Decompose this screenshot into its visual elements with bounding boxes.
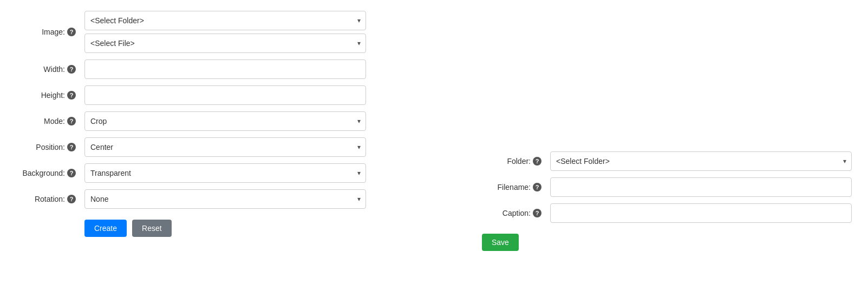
mode-label-text: Mode: <box>44 117 65 125</box>
background-help-icon: ? <box>67 169 76 177</box>
right-filename-label-text: Filename: <box>498 183 531 191</box>
mode-row: Mode: ? Crop Fit Fill Stretch ▾ <box>16 111 449 131</box>
position-select-wrapper: Center Top Left Top Center Top Right Bot… <box>84 137 366 157</box>
height-label: Height: ? <box>16 91 76 100</box>
background-label: Background: ? <box>16 169 76 177</box>
right-filename-help-icon: ? <box>533 183 541 191</box>
background-select[interactable]: Transparent White Black <box>84 163 366 183</box>
mode-label: Mode: ? <box>16 117 76 125</box>
reset-button[interactable]: Reset <box>132 220 172 237</box>
file-select[interactable]: <Select File> <box>84 34 366 53</box>
rotation-label: Rotation: ? <box>16 195 76 203</box>
rotation-row: Rotation: ? None 90° 180° 270° ▾ <box>16 189 449 209</box>
right-caption-label: Caption: ? <box>482 209 541 217</box>
right-buttons-row: Save <box>482 234 852 251</box>
right-caption-label-text: Caption: <box>502 209 531 217</box>
background-select-wrapper: Transparent White Black ▾ <box>84 163 366 183</box>
folder-select[interactable]: <Select Folder> <box>84 11 366 30</box>
mode-select[interactable]: Crop Fit Fill Stretch <box>84 111 366 131</box>
mode-help-icon: ? <box>67 117 76 125</box>
width-label-text: Width: <box>43 65 65 74</box>
background-label-text: Background: <box>22 169 65 177</box>
right-folder-label-text: Folder: <box>507 157 531 166</box>
width-input[interactable] <box>84 59 366 79</box>
file-select-wrapper: <Select File> ▾ <box>84 34 366 53</box>
right-caption-help-icon: ? <box>533 209 541 217</box>
width-help-icon: ? <box>67 65 76 74</box>
right-folder-row: Folder: ? <Select Folder> ▾ <box>482 151 852 171</box>
main-layout: Image: ? <Select Folder> ▾ <Select File>… <box>16 11 852 251</box>
height-row: Height: ? <box>16 85 449 105</box>
filename-input[interactable] <box>550 177 852 197</box>
height-label-text: Height: <box>41 91 65 100</box>
position-help-icon: ? <box>67 143 76 151</box>
save-button[interactable]: Save <box>482 234 519 251</box>
image-row: Image: ? <Select Folder> ▾ <Select File>… <box>16 11 449 53</box>
position-label-text: Position: <box>36 143 65 151</box>
mode-select-wrapper: Crop Fit Fill Stretch ▾ <box>84 111 366 131</box>
right-folder-help-icon: ? <box>533 157 541 166</box>
background-row: Background: ? Transparent White Black ▾ <box>16 163 449 183</box>
height-input[interactable] <box>84 85 366 105</box>
rotation-select-wrapper: None 90° 180° 270° ▾ <box>84 189 366 209</box>
position-select[interactable]: Center Top Left Top Center Top Right Bot… <box>84 137 366 157</box>
height-help-icon: ? <box>67 91 76 100</box>
right-folder-select-wrapper: <Select Folder> ▾ <box>550 151 852 171</box>
image-label-text: Image: <box>42 28 65 36</box>
create-button[interactable]: Create <box>84 220 127 237</box>
width-row: Width: ? <box>16 59 449 79</box>
rotation-help-icon: ? <box>67 195 76 203</box>
rotation-label-text: Rotation: <box>35 195 65 203</box>
position-label: Position: ? <box>16 143 76 151</box>
right-folder-label: Folder: ? <box>482 157 541 166</box>
right-filename-label: Filename: ? <box>482 183 541 191</box>
image-help-icon: ? <box>67 28 76 36</box>
caption-input[interactable] <box>550 203 852 223</box>
width-label: Width: ? <box>16 65 76 74</box>
right-caption-row: Caption: ? <box>482 203 852 223</box>
rotation-select[interactable]: None 90° 180° 270° <box>84 189 366 209</box>
right-filename-row: Filename: ? <box>482 177 852 197</box>
left-buttons-row: Create Reset <box>16 220 449 237</box>
right-panel: Folder: ? <Select Folder> ▾ Filename: ? … <box>482 11 852 251</box>
position-row: Position: ? Center Top Left Top Center T… <box>16 137 449 157</box>
folder-select-wrapper: <Select Folder> ▾ <box>84 11 366 30</box>
image-label: Image: ? <box>16 28 76 36</box>
right-folder-select[interactable]: <Select Folder> <box>550 151 852 171</box>
left-panel: Image: ? <Select Folder> ▾ <Select File>… <box>16 11 449 237</box>
